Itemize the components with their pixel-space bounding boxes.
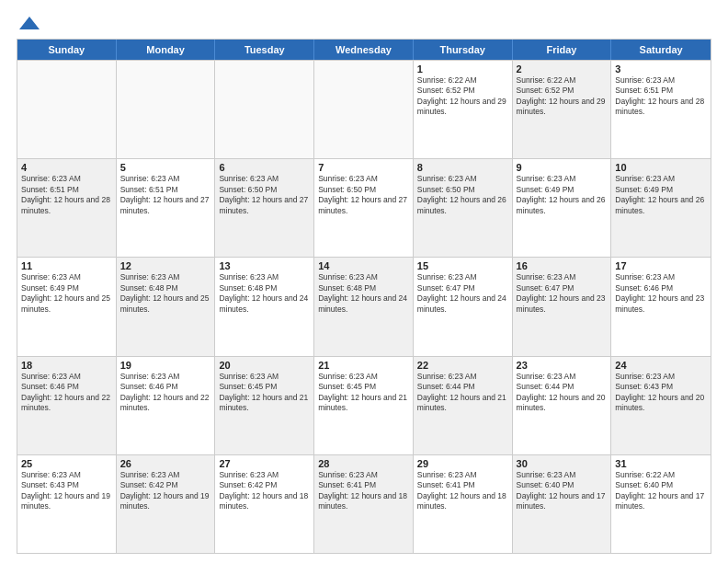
cell-info: Sunrise: 6:22 AMSunset: 6:52 PMDaylight:…: [417, 75, 508, 118]
day-header-wednesday: Wednesday: [314, 40, 414, 60]
day-number: 17: [615, 260, 707, 271]
cell-info: Sunrise: 6:23 AMSunset: 6:49 PMDaylight:…: [615, 174, 707, 216]
cell-info: Sunrise: 6:22 AMSunset: 6:40 PMDaylight:…: [615, 470, 707, 512]
logo-icon: [19, 15, 40, 31]
day-number: 28: [318, 458, 409, 469]
calendar-cell-9: 9Sunrise: 6:23 AMSunset: 6:49 PMDaylight…: [513, 159, 612, 257]
day-number: 2: [517, 63, 608, 75]
day-number: 27: [219, 458, 310, 469]
calendar-header: SundayMondayTuesdayWednesdayThursdayFrid…: [17, 40, 711, 60]
header: [17, 15, 711, 31]
calendar-cell-15: 15Sunrise: 6:23 AMSunset: 6:47 PMDayligh…: [414, 258, 513, 355]
calendar-cell-19: 19Sunrise: 6:23 AMSunset: 6:46 PMDayligh…: [117, 357, 216, 454]
cell-info: Sunrise: 6:23 AMSunset: 6:46 PMDaylight:…: [120, 372, 211, 414]
day-number: 13: [219, 260, 310, 271]
day-number: 24: [615, 360, 707, 371]
day-number: 11: [21, 260, 112, 271]
cell-info: Sunrise: 6:23 AMSunset: 6:49 PMDaylight:…: [517, 174, 608, 216]
calendar-cell-1: 1Sunrise: 6:22 AMSunset: 6:52 PMDaylight…: [414, 61, 513, 158]
cell-info: Sunrise: 6:23 AMSunset: 6:47 PMDaylight:…: [517, 272, 608, 315]
cell-info: Sunrise: 6:23 AMSunset: 6:40 PMDaylight:…: [517, 470, 608, 512]
cell-info: Sunrise: 6:23 AMSunset: 6:50 PMDaylight:…: [318, 174, 409, 216]
calendar-cell-5: 5Sunrise: 6:23 AMSunset: 6:51 PMDaylight…: [117, 159, 216, 257]
cell-info: Sunrise: 6:23 AMSunset: 6:47 PMDaylight:…: [417, 272, 508, 315]
day-number: 30: [517, 458, 608, 469]
calendar-cell-2: 2Sunrise: 6:22 AMSunset: 6:52 PMDaylight…: [513, 61, 612, 158]
day-header-sunday: Sunday: [17, 40, 117, 60]
cell-info: Sunrise: 6:23 AMSunset: 6:51 PMDaylight:…: [21, 174, 112, 216]
day-number: 19: [120, 360, 211, 371]
logo: [17, 15, 40, 31]
calendar-cell-28: 28Sunrise: 6:23 AMSunset: 6:41 PMDayligh…: [314, 455, 414, 553]
day-number: 15: [417, 260, 508, 271]
day-number: 18: [21, 360, 112, 371]
cell-info: Sunrise: 6:23 AMSunset: 6:44 PMDaylight:…: [517, 372, 608, 414]
calendar-cell-29: 29Sunrise: 6:23 AMSunset: 6:41 PMDayligh…: [414, 455, 513, 553]
cell-info: Sunrise: 6:23 AMSunset: 6:44 PMDaylight:…: [417, 372, 508, 414]
calendar-row-3: 18Sunrise: 6:23 AMSunset: 6:46 PMDayligh…: [17, 356, 711, 454]
cell-info: Sunrise: 6:23 AMSunset: 6:43 PMDaylight:…: [615, 372, 707, 414]
cell-info: Sunrise: 6:22 AMSunset: 6:52 PMDaylight:…: [517, 75, 608, 118]
calendar-cell-16: 16Sunrise: 6:23 AMSunset: 6:47 PMDayligh…: [513, 258, 612, 355]
day-number: 4: [21, 162, 112, 173]
calendar-cell-25: 25Sunrise: 6:23 AMSunset: 6:43 PMDayligh…: [17, 455, 117, 553]
svg-marker-0: [19, 17, 40, 29]
day-number: 14: [318, 260, 409, 271]
calendar-cell-empty-0: [17, 61, 117, 158]
calendar-cell-23: 23Sunrise: 6:23 AMSunset: 6:44 PMDayligh…: [513, 357, 612, 454]
cell-info: Sunrise: 6:23 AMSunset: 6:46 PMDaylight:…: [21, 372, 112, 414]
day-number: 10: [615, 162, 707, 173]
day-number: 16: [517, 260, 608, 271]
day-number: 21: [318, 360, 409, 371]
calendar-cell-12: 12Sunrise: 6:23 AMSunset: 6:48 PMDayligh…: [117, 258, 216, 355]
calendar-cell-20: 20Sunrise: 6:23 AMSunset: 6:45 PMDayligh…: [215, 357, 314, 454]
day-number: 8: [417, 162, 508, 173]
calendar-cell-11: 11Sunrise: 6:23 AMSunset: 6:49 PMDayligh…: [17, 258, 117, 355]
page: SundayMondayTuesdayWednesdayThursdayFrid…: [0, 0, 728, 563]
day-number: 25: [21, 458, 112, 469]
day-number: 26: [120, 458, 211, 469]
cell-info: Sunrise: 6:23 AMSunset: 6:42 PMDaylight:…: [219, 470, 310, 512]
day-number: 5: [120, 162, 211, 173]
calendar-cell-10: 10Sunrise: 6:23 AMSunset: 6:49 PMDayligh…: [611, 159, 711, 257]
day-number: 7: [318, 162, 409, 173]
cell-info: Sunrise: 6:23 AMSunset: 6:50 PMDaylight:…: [219, 174, 310, 216]
cell-info: Sunrise: 6:23 AMSunset: 6:41 PMDaylight:…: [318, 470, 409, 512]
cell-info: Sunrise: 6:23 AMSunset: 6:48 PMDaylight:…: [219, 272, 310, 315]
calendar-cell-empty-1: [117, 61, 216, 158]
calendar: SundayMondayTuesdayWednesdayThursdayFrid…: [17, 39, 711, 554]
calendar-row-2: 11Sunrise: 6:23 AMSunset: 6:49 PMDayligh…: [17, 257, 711, 355]
calendar-cell-26: 26Sunrise: 6:23 AMSunset: 6:42 PMDayligh…: [117, 455, 216, 553]
cell-info: Sunrise: 6:23 AMSunset: 6:51 PMDaylight:…: [120, 174, 211, 216]
calendar-row-0: 1Sunrise: 6:22 AMSunset: 6:52 PMDaylight…: [17, 60, 711, 158]
cell-info: Sunrise: 6:23 AMSunset: 6:45 PMDaylight:…: [219, 372, 310, 414]
day-number: 22: [417, 360, 508, 371]
calendar-cell-31: 31Sunrise: 6:22 AMSunset: 6:40 PMDayligh…: [611, 455, 711, 553]
cell-info: Sunrise: 6:23 AMSunset: 6:42 PMDaylight:…: [120, 470, 211, 512]
day-number: 31: [615, 458, 707, 469]
calendar-cell-18: 18Sunrise: 6:23 AMSunset: 6:46 PMDayligh…: [17, 357, 117, 454]
calendar-row-4: 25Sunrise: 6:23 AMSunset: 6:43 PMDayligh…: [17, 454, 711, 553]
calendar-cell-7: 7Sunrise: 6:23 AMSunset: 6:50 PMDaylight…: [314, 159, 414, 257]
cell-info: Sunrise: 6:23 AMSunset: 6:49 PMDaylight:…: [21, 272, 112, 315]
day-header-tuesday: Tuesday: [215, 40, 314, 60]
cell-info: Sunrise: 6:23 AMSunset: 6:46 PMDaylight:…: [615, 272, 707, 315]
calendar-cell-4: 4Sunrise: 6:23 AMSunset: 6:51 PMDaylight…: [17, 159, 117, 257]
calendar-body: 1Sunrise: 6:22 AMSunset: 6:52 PMDaylight…: [17, 60, 711, 553]
cell-info: Sunrise: 6:23 AMSunset: 6:43 PMDaylight:…: [21, 470, 112, 512]
calendar-cell-empty-2: [215, 61, 314, 158]
calendar-cell-27: 27Sunrise: 6:23 AMSunset: 6:42 PMDayligh…: [215, 455, 314, 553]
cell-info: Sunrise: 6:23 AMSunset: 6:51 PMDaylight:…: [615, 75, 707, 118]
day-header-friday: Friday: [513, 40, 612, 60]
calendar-cell-22: 22Sunrise: 6:23 AMSunset: 6:44 PMDayligh…: [414, 357, 513, 454]
day-header-saturday: Saturday: [611, 40, 711, 60]
calendar-cell-24: 24Sunrise: 6:23 AMSunset: 6:43 PMDayligh…: [611, 357, 711, 454]
day-number: 1: [417, 63, 508, 75]
calendar-row-1: 4Sunrise: 6:23 AMSunset: 6:51 PMDaylight…: [17, 158, 711, 257]
calendar-cell-8: 8Sunrise: 6:23 AMSunset: 6:50 PMDaylight…: [414, 159, 513, 257]
day-number: 12: [120, 260, 211, 271]
day-number: 9: [517, 162, 608, 173]
cell-info: Sunrise: 6:23 AMSunset: 6:50 PMDaylight:…: [417, 174, 508, 216]
cell-info: Sunrise: 6:23 AMSunset: 6:48 PMDaylight:…: [318, 272, 409, 315]
calendar-cell-3: 3Sunrise: 6:23 AMSunset: 6:51 PMDaylight…: [611, 61, 711, 158]
